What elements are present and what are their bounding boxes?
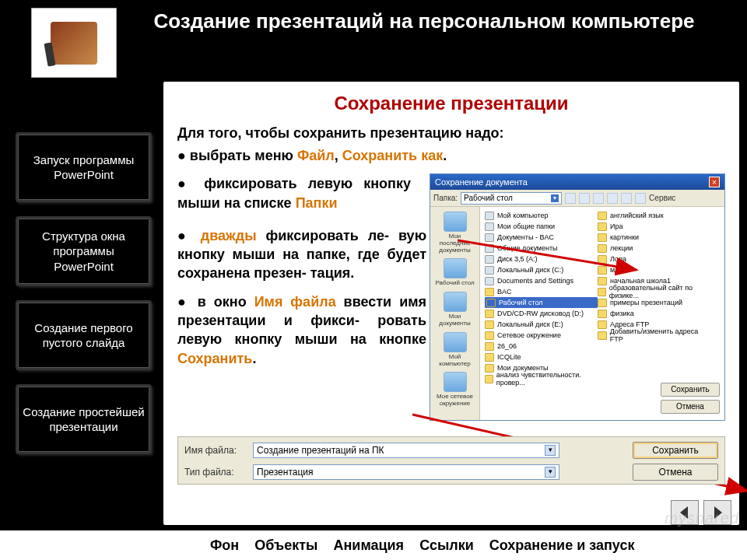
folder-icon xyxy=(598,266,607,275)
chevron-down-icon: ▾ xyxy=(551,194,559,202)
file-row[interactable]: анализ чувствительности. провер... xyxy=(485,373,598,384)
sidebar-item-launch[interactable]: Запуск программы PowerPoint xyxy=(16,132,152,202)
file-row[interactable]: Documents and Settings xyxy=(485,275,598,286)
file-label: Сетевое окружение xyxy=(497,331,561,339)
file-label: образовательный сайт по физике... xyxy=(609,284,710,299)
sidebar-item-label: Запуск программы PowerPoint xyxy=(23,152,145,183)
nav-background[interactable]: Фон xyxy=(202,533,247,558)
folder-icon xyxy=(485,288,494,296)
place-mydocs[interactable]: Мои документы xyxy=(434,292,476,327)
dialog-places: Мои последние документы Рабочий стол Мои… xyxy=(430,207,480,420)
file-label: Локальный диск (C:) xyxy=(497,266,563,274)
file-row[interactable]: Рабочий стол xyxy=(485,297,598,308)
file-row[interactable]: образовательный сайт по физике... xyxy=(598,286,710,297)
sidebar-item-label: Создание первого пустого слайда xyxy=(23,320,145,351)
file-row[interactable]: Локальный диск (E:) xyxy=(485,319,598,330)
place-mycomputer[interactable]: Мой компьютер xyxy=(434,332,476,368)
folder-combo-value: Рабочий стол xyxy=(464,194,513,202)
file-row[interactable]: Добавить/изменить адреса FTP xyxy=(598,330,710,341)
bottom-nav: Фон Объекты Анимация Ссылки Сохранение и… xyxy=(0,530,747,560)
nav-links[interactable]: Ссылки xyxy=(412,533,482,558)
file-row[interactable]: лекции xyxy=(598,243,710,254)
file-label: DVD/CD-RW дисковод (D:) xyxy=(497,310,584,317)
file-row[interactable]: Мой компьютер xyxy=(485,210,598,221)
nav-save-run[interactable]: Сохранение и запуск xyxy=(482,533,643,558)
file-label: ICQLite xyxy=(497,353,521,361)
file-row[interactable]: Лола xyxy=(598,254,710,264)
nav-objects[interactable]: Объекты xyxy=(247,533,325,558)
file-label: Ира xyxy=(610,222,622,230)
sidebar: Запуск программы PowerPoint Структура ок… xyxy=(16,132,152,468)
file-label: Documents and Settings xyxy=(497,277,573,285)
file-row[interactable]: Мои общие папки xyxy=(485,221,598,232)
save-button[interactable]: Сохранить xyxy=(633,442,718,459)
dialog-cancel-button[interactable]: Отмена xyxy=(661,400,720,414)
newfolder-icon[interactable] xyxy=(621,193,632,204)
sidebar-item-first-slide[interactable]: Создание первого пустого слайда xyxy=(16,300,152,370)
file-row[interactable]: Сетевое окружение xyxy=(485,330,598,341)
folder-combo[interactable]: Рабочий стол ▾ xyxy=(461,192,562,205)
filetype-input[interactable]: Презентация ▾ xyxy=(253,464,559,480)
place-recent[interactable]: Мои последние документы xyxy=(434,212,476,254)
file-row[interactable]: Ира xyxy=(598,221,710,232)
file-row[interactable]: BAC xyxy=(485,286,598,297)
file-label: Добавить/изменить адреса FTP xyxy=(610,327,710,343)
folder-icon xyxy=(598,244,607,253)
back-icon[interactable] xyxy=(565,193,576,204)
file-label: английский язык xyxy=(610,212,664,219)
logo xyxy=(31,8,117,78)
folder-icon xyxy=(485,320,494,329)
bullet-3: ● дважды фиксировать ле- вую кнопку мыши… xyxy=(177,226,426,283)
place-network[interactable]: Мое сетевое окружение xyxy=(434,372,476,408)
save-panel: Имя файла: Создание презентаций на ПК ▾ … xyxy=(177,436,725,485)
folder-icon xyxy=(485,364,494,373)
dialog-save-button[interactable]: Сохранить xyxy=(661,383,720,397)
watermark: myshared xyxy=(665,509,739,527)
file-row[interactable]: физика xyxy=(598,308,710,319)
folder-icon xyxy=(485,375,493,383)
sidebar-item-label: Структура окна программы PowerPoint xyxy=(23,229,145,275)
folder-icon xyxy=(485,277,494,285)
file-row[interactable]: Документы - BAC xyxy=(485,232,598,243)
folder-icon xyxy=(485,310,494,318)
file-label: BAC xyxy=(497,288,512,296)
file-row[interactable]: английский язык xyxy=(598,210,710,221)
folder-icon xyxy=(598,277,607,285)
file-row[interactable]: 26_06 xyxy=(485,341,598,352)
file-row[interactable]: Общие документы xyxy=(485,243,598,254)
folder-icon xyxy=(485,212,494,220)
content-intro: Для того, чтобы сохранить презентацию на… xyxy=(177,125,725,142)
page-title: Создание презентаций на персональном ком… xyxy=(117,9,731,33)
views-icon[interactable] xyxy=(635,193,646,204)
service-label[interactable]: Сервис xyxy=(649,194,675,202)
folder-icon xyxy=(485,244,494,253)
file-row[interactable]: ICQLite xyxy=(485,352,598,362)
file-label: Локальный диск (E:) xyxy=(497,320,563,328)
folder-icon xyxy=(598,320,607,329)
sidebar-item-structure[interactable]: Структура окна программы PowerPoint xyxy=(16,216,152,286)
file-row[interactable]: картинки xyxy=(598,232,710,243)
up-icon[interactable] xyxy=(579,193,590,204)
place-desktop[interactable]: Рабочий стол xyxy=(434,258,476,287)
search-icon[interactable] xyxy=(593,193,604,204)
file-label: Общие документы xyxy=(497,244,558,252)
bullet-2: ● фиксировать левую кнопку мыши на списк… xyxy=(177,174,411,212)
file-label: Мой компьютер xyxy=(497,212,549,219)
file-label: картинки xyxy=(610,233,639,241)
file-row[interactable]: макро xyxy=(598,264,710,275)
chevron-down-icon: ▾ xyxy=(545,467,556,478)
nav-animation[interactable]: Анимация xyxy=(325,533,412,558)
dialog-file-list[interactable]: Мой компьютерМои общие папкиДокументы - … xyxy=(480,207,724,420)
file-row[interactable]: Локальный диск (C:) xyxy=(485,264,598,275)
file-label: макро xyxy=(610,266,630,274)
cancel-button[interactable]: Отмена xyxy=(633,464,718,481)
folder-icon xyxy=(598,310,607,318)
sidebar-item-simple-pres[interactable]: Создание простейшей презентации xyxy=(16,384,152,454)
file-row[interactable]: DVD/CD-RW дисковод (D:) xyxy=(485,308,598,319)
delete-icon[interactable] xyxy=(607,193,618,204)
file-label: Диск 3,5 (A:) xyxy=(497,255,538,263)
close-icon[interactable]: × xyxy=(709,177,720,187)
file-row[interactable]: Диск 3,5 (A:) xyxy=(485,254,598,264)
header: Создание презентаций на персональном ком… xyxy=(117,9,731,33)
filename-input[interactable]: Создание презентаций на ПК ▾ xyxy=(253,443,559,458)
